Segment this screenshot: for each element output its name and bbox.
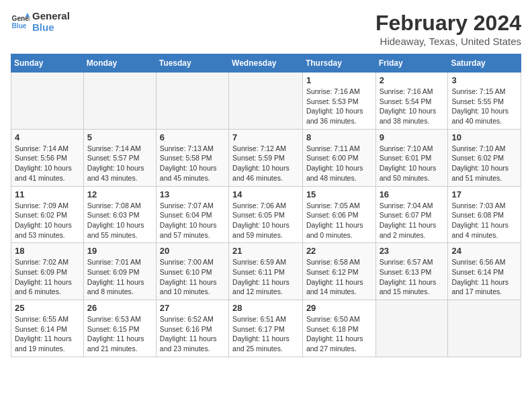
day-info: Sunrise: 7:05 AMSunset: 6:06 PMDaylight:… [306,201,372,240]
day-number: 26 [87,303,152,313]
calendar-cell: 5Sunrise: 7:14 AMSunset: 5:57 PMDaylight… [83,129,156,186]
day-info: Sunrise: 6:52 AMSunset: 6:16 PMDaylight:… [160,314,225,354]
weekday-header-thursday: Thursday [302,54,375,73]
day-number: 13 [160,189,225,199]
calendar-cell: 22Sunrise: 6:58 AMSunset: 6:12 PMDayligh… [302,243,375,300]
day-info: Sunrise: 6:59 AMSunset: 6:11 PMDaylight:… [232,257,299,297]
day-info: Sunrise: 7:10 AMSunset: 6:01 PMDaylight:… [380,144,445,183]
day-number: 21 [232,246,299,256]
day-info: Sunrise: 7:15 AMSunset: 5:55 PMDaylight:… [451,87,517,126]
page-title: February 2024 [375,11,521,36]
calendar-cell: 15Sunrise: 7:05 AMSunset: 6:06 PMDayligh… [302,186,375,243]
calendar-week-1: 1Sunrise: 7:16 AMSunset: 5:53 PMDaylight… [11,73,521,130]
calendar-cell: 3Sunrise: 7:15 AMSunset: 5:55 PMDaylight… [448,73,521,130]
day-number: 18 [15,246,80,256]
logo-general: General [32,11,70,22]
day-number: 1 [306,75,372,85]
calendar-cell: 4Sunrise: 7:14 AMSunset: 5:56 PMDaylight… [11,129,84,186]
day-number: 19 [87,246,152,256]
day-number: 2 [380,75,445,85]
day-info: Sunrise: 7:04 AMSunset: 6:07 PMDaylight:… [380,201,445,240]
day-number: 27 [160,303,225,313]
calendar-cell: 19Sunrise: 7:01 AMSunset: 6:09 PMDayligh… [83,243,156,300]
day-number: 22 [306,246,372,256]
calendar-cell: 10Sunrise: 7:10 AMSunset: 6:02 PMDayligh… [448,129,521,186]
weekday-header-friday: Friday [375,54,448,73]
calendar-cell: 27Sunrise: 6:52 AMSunset: 6:16 PMDayligh… [156,300,228,357]
day-info: Sunrise: 7:07 AMSunset: 6:04 PMDaylight:… [160,201,225,240]
day-info: Sunrise: 7:01 AMSunset: 6:09 PMDaylight:… [87,257,152,297]
day-info: Sunrise: 6:58 AMSunset: 6:12 PMDaylight:… [306,257,372,297]
day-number: 11 [15,189,80,199]
calendar-cell: 18Sunrise: 7:02 AMSunset: 6:09 PMDayligh… [11,243,84,300]
calendar-cell: 17Sunrise: 7:03 AMSunset: 6:08 PMDayligh… [448,186,521,243]
day-number: 17 [451,189,517,199]
calendar-week-5: 25Sunrise: 6:55 AMSunset: 6:14 PMDayligh… [11,300,521,357]
calendar-cell: 24Sunrise: 6:56 AMSunset: 6:14 PMDayligh… [448,243,521,300]
day-info: Sunrise: 6:56 AMSunset: 6:14 PMDaylight:… [451,257,517,297]
calendar-table: SundayMondayTuesdayWednesdayThursdayFrid… [11,54,521,357]
day-info: Sunrise: 6:57 AMSunset: 6:13 PMDaylight:… [380,257,445,297]
calendar-cell [375,300,448,357]
calendar-cell: 13Sunrise: 7:07 AMSunset: 6:04 PMDayligh… [156,186,228,243]
calendar-cell [83,73,156,130]
day-info: Sunrise: 7:03 AMSunset: 6:08 PMDaylight:… [451,201,517,240]
weekday-header-row: SundayMondayTuesdayWednesdayThursdayFrid… [11,54,521,73]
day-number: 28 [232,303,299,313]
day-info: Sunrise: 7:06 AMSunset: 6:05 PMDaylight:… [232,201,299,240]
calendar-cell [448,300,521,357]
day-info: Sunrise: 7:16 AMSunset: 5:54 PMDaylight:… [380,87,445,126]
day-info: Sunrise: 7:16 AMSunset: 5:53 PMDaylight:… [306,87,372,126]
day-number: 7 [232,132,299,142]
day-info: Sunrise: 7:02 AMSunset: 6:09 PMDaylight:… [15,257,80,297]
day-number: 6 [160,132,225,142]
day-number: 16 [380,189,445,199]
calendar-cell: 21Sunrise: 6:59 AMSunset: 6:11 PMDayligh… [229,243,303,300]
calendar-cell: 23Sunrise: 6:57 AMSunset: 6:13 PMDayligh… [375,243,448,300]
calendar-cell: 1Sunrise: 7:16 AMSunset: 5:53 PMDaylight… [302,73,375,130]
day-info: Sunrise: 7:09 AMSunset: 6:02 PMDaylight:… [15,201,80,240]
logo: General Blue General Blue [11,11,70,33]
weekday-header-tuesday: Tuesday [156,54,228,73]
weekday-header-sunday: Sunday [11,54,84,73]
calendar-cell [229,73,303,130]
day-number: 25 [15,303,80,313]
page-header: General Blue General Blue February 2024 … [11,11,521,47]
day-info: Sunrise: 7:13 AMSunset: 5:58 PMDaylight:… [160,144,225,183]
calendar-week-3: 11Sunrise: 7:09 AMSunset: 6:02 PMDayligh… [11,186,521,243]
day-number: 10 [451,132,517,142]
day-info: Sunrise: 7:10 AMSunset: 6:02 PMDaylight:… [451,144,517,183]
calendar-cell: 8Sunrise: 7:11 AMSunset: 6:00 PMDaylight… [302,129,375,186]
day-number: 29 [306,303,372,313]
calendar-cell: 29Sunrise: 6:50 AMSunset: 6:18 PMDayligh… [302,300,375,357]
day-number: 24 [451,246,517,256]
logo-icon: General Blue [11,13,30,32]
weekday-header-monday: Monday [83,54,156,73]
calendar-cell: 16Sunrise: 7:04 AMSunset: 6:07 PMDayligh… [375,186,448,243]
day-info: Sunrise: 6:50 AMSunset: 6:18 PMDaylight:… [306,314,372,354]
calendar-week-2: 4Sunrise: 7:14 AMSunset: 5:56 PMDaylight… [11,129,521,186]
day-info: Sunrise: 7:11 AMSunset: 6:00 PMDaylight:… [306,144,372,183]
day-number: 14 [232,189,299,199]
calendar-cell: 20Sunrise: 7:00 AMSunset: 6:10 PMDayligh… [156,243,228,300]
weekday-header-wednesday: Wednesday [229,54,303,73]
calendar-week-4: 18Sunrise: 7:02 AMSunset: 6:09 PMDayligh… [11,243,521,300]
logo-blue: Blue [32,22,70,34]
calendar-cell: 6Sunrise: 7:13 AMSunset: 5:58 PMDaylight… [156,129,228,186]
calendar-cell: 12Sunrise: 7:08 AMSunset: 6:03 PMDayligh… [83,186,156,243]
day-info: Sunrise: 6:53 AMSunset: 6:15 PMDaylight:… [87,314,152,354]
calendar-cell: 14Sunrise: 7:06 AMSunset: 6:05 PMDayligh… [229,186,303,243]
day-info: Sunrise: 7:00 AMSunset: 6:10 PMDaylight:… [160,257,225,297]
svg-text:Blue: Blue [12,22,27,30]
calendar-cell: 7Sunrise: 7:12 AMSunset: 5:59 PMDaylight… [229,129,303,186]
day-info: Sunrise: 7:14 AMSunset: 5:57 PMDaylight:… [87,144,152,183]
calendar-cell: 11Sunrise: 7:09 AMSunset: 6:02 PMDayligh… [11,186,84,243]
day-number: 5 [87,132,152,142]
day-info: Sunrise: 7:14 AMSunset: 5:56 PMDaylight:… [15,144,80,183]
calendar-cell: 26Sunrise: 6:53 AMSunset: 6:15 PMDayligh… [83,300,156,357]
page-subtitle: Hideaway, Texas, United States [375,36,521,47]
calendar-cell: 28Sunrise: 6:51 AMSunset: 6:17 PMDayligh… [229,300,303,357]
day-number: 3 [451,75,517,85]
day-number: 20 [160,246,225,256]
weekday-header-saturday: Saturday [448,54,521,73]
